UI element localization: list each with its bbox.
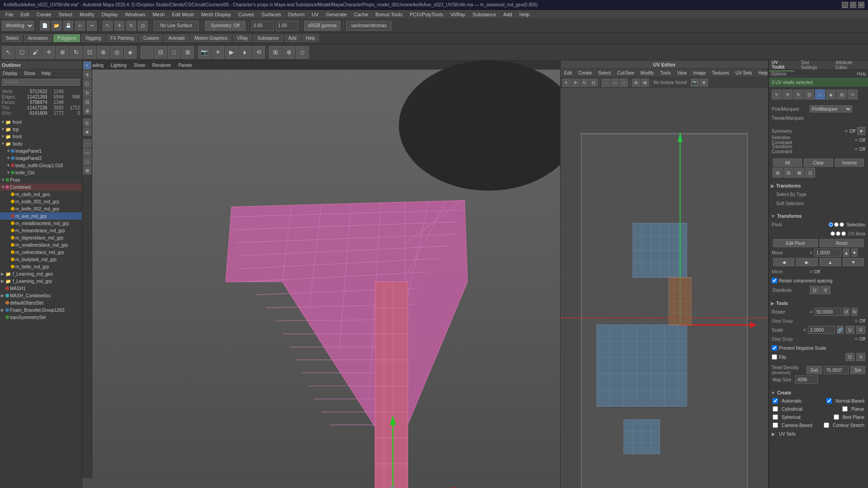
uv-tb-rotate[interactable]: ↻ [580,79,589,87]
icon-camera[interactable]: 📷 [198,46,211,59]
uv-menu-help[interactable]: Help [756,70,769,76]
outliner-search-input[interactable] [2,79,80,86]
tree-front[interactable]: ▼ 📁 front [0,118,82,126]
menu-substance[interactable]: Substance [469,11,500,18]
icon-light[interactable]: ☀ [212,46,224,59]
tree-knife-ctrl[interactable]: ▼ knife_Ctrl [0,169,82,176]
texel-value-input[interactable] [824,366,849,374]
uv-tb-edge[interactable]: — [611,79,619,87]
icon-rotate[interactable]: ↻ [70,46,82,59]
icon-move[interactable]: ✛ [42,46,55,59]
texel-set-btn[interactable]: Set [850,366,865,374]
ig-move[interactable]: ✛ [783,89,793,99]
move-input[interactable] [814,249,841,257]
icon-paint[interactable]: 🖌 [29,46,42,59]
move-right-btn[interactable]: ▶ [796,258,817,266]
outliner-menu-display[interactable]: Display [1,70,19,76]
menu-surfaces[interactable]: Surfaces [258,11,284,18]
uv-tb-checker[interactable]: ⊠ [641,79,649,87]
icon-sculpt[interactable]: ◈ [124,46,137,59]
tab-animation[interactable]: Animation [24,34,52,42]
coord-x[interactable] [251,21,274,31]
ig-rotate[interactable]: ↻ [793,89,803,99]
scale-v-btn[interactable]: V [856,326,865,334]
coord-y[interactable] [276,21,298,31]
tree-mash-combine[interactable]: ▶ MASH_Combine0ss [0,292,82,299]
select-tool[interactable]: ↖ [103,21,113,31]
tab-motion-graphics[interactable]: Motion Graphics [190,34,231,42]
cam-checkbox[interactable] [773,422,778,428]
outliner-menu-help[interactable]: Help [40,70,53,76]
menu-add[interactable]: Add [500,11,516,18]
ig-scale[interactable]: ⊡ [804,89,814,99]
tree-imagepanel1[interactable]: ▼ imagePanel1 [0,147,82,155]
symmetry-toggle[interactable]: ▼ [857,127,865,135]
minimize-btn[interactable]: _ [842,2,848,8]
layout-btn-4[interactable]: ⊡ [805,168,815,178]
texel-get-btn[interactable]: Get [807,366,822,374]
menu-cache[interactable]: Cache [350,11,372,18]
gamma-btn[interactable]: sRGB gamma [304,21,340,31]
menu-create[interactable]: Create [33,11,55,18]
outliner-menu-show[interactable]: Show [22,70,37,76]
cyl-checkbox[interactable] [773,406,778,412]
auto-checkbox[interactable] [773,398,778,404]
tab-custom[interactable]: Custom [139,34,163,42]
close-btn[interactable]: × [858,2,864,8]
menu-deform[interactable]: Deform [285,11,308,18]
menu-select[interactable]: Select [55,11,76,18]
vtool-move[interactable]: ✛ [83,70,91,79]
uv-menu-cutsew[interactable]: Cut/Sew [615,70,636,76]
clear-btn[interactable]: Clear [804,159,833,167]
uv-menu-edit[interactable]: Edit [562,70,574,76]
move-left-btn[interactable]: ◀ [773,258,794,266]
uv-tb-settings[interactable]: ⚙ [700,79,708,87]
uv-menu-image[interactable]: Image [691,70,708,76]
menu-edit-mesh[interactable]: Edit Mesh [168,11,198,18]
tab-substance[interactable]: Substance [253,34,283,42]
scale-input[interactable] [808,326,835,334]
move-down-btn[interactable]: ▼ [843,258,864,266]
menu-pcg[interactable]: PCG/PolyTools [406,11,447,18]
tab-add[interactable]: Add [284,34,301,42]
mode-dropdown[interactable]: Modeling [2,21,34,31]
uv-menu-select[interactable]: Select [596,70,613,76]
vp-renderer-menu[interactable]: Renderer [150,62,174,68]
menu-bonus[interactable]: Bonus Tools [372,11,406,18]
reset-btn[interactable]: Reset [820,239,864,247]
icon-select[interactable]: ↖ [2,46,14,59]
spher-checkbox[interactable] [773,414,778,420]
uv-tb-select[interactable]: ↖ [562,79,571,87]
vtool-lasso[interactable]: ⬡ [83,80,91,88]
menu-file[interactable]: File [2,11,17,18]
tree-learning-grp[interactable]: ▶ 📁 f_Learning_md_grp [0,277,82,285]
prevent-neg-checkbox[interactable] [772,345,777,351]
scale-lock[interactable]: 🔗 [837,326,844,334]
ig-select[interactable]: ↖ [772,89,782,99]
ig-shell[interactable]: □ [815,89,825,99]
flip-v-btn[interactable]: V [856,353,865,361]
tree-top[interactable]: ▼ 📁 top [0,126,82,133]
uv-menu-create[interactable]: Create [576,70,594,76]
planar-checkbox[interactable] [842,406,848,412]
layout-btn-1[interactable]: ⊞ [773,168,783,178]
user-camera[interactable]: sackmannthomas [346,21,392,31]
move-tool[interactable]: ✛ [114,21,124,31]
uv-tb-face[interactable]: □ [620,79,628,87]
uv-menu-uvsets[interactable]: UV Sets [734,70,754,76]
ig-cut[interactable]: ✂ [848,89,858,99]
tree-body-outfit[interactable]: ▼ body_outfit-Group1:018 [0,162,82,169]
uv-tb-scale[interactable]: ⊡ [590,79,598,87]
tree-smallnecklace[interactable]: m_smallnecklace_md_grp [0,241,82,249]
vp-panels-menu[interactable]: Panels [175,62,195,68]
vtool-sculpt[interactable]: ◈ [83,127,91,136]
create-header[interactable]: ▼ Create [771,389,866,397]
tree-bodybelt[interactable]: m_bodybelt_md_grp [0,256,82,263]
scale-tool[interactable]: ⊡ [138,21,148,31]
ig-relax[interactable]: ◈ [826,89,836,99]
uv-menu-textures[interactable]: Textures [710,70,731,76]
menu-help[interactable]: Help [516,11,533,18]
open-btn[interactable]: 📂 [52,21,61,31]
icon-playback[interactable]: ⏵ [239,46,251,59]
vtool-select[interactable]: ↖ [83,61,91,70]
